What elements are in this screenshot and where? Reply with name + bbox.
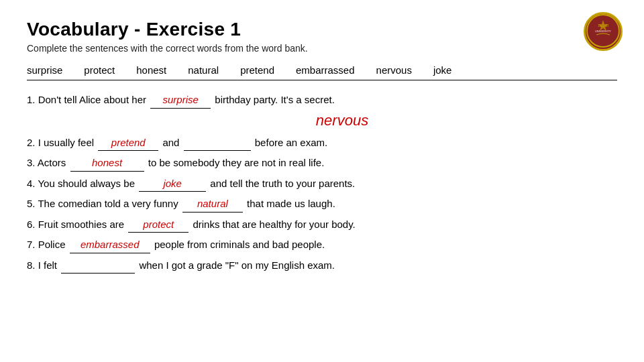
svg-text:UNIVERSITY: UNIVERSITY xyxy=(595,29,611,33)
question-7: 7. Police embarrassed people from crimin… xyxy=(27,237,617,253)
q5-after: that made us laugh. xyxy=(247,198,335,209)
q7-after: people from criminals and bad people. xyxy=(154,239,325,250)
q5-before: The comedian told a very funny xyxy=(38,198,180,209)
q7-answer: embarrassed xyxy=(80,239,140,250)
q1-answer: surprise xyxy=(162,94,198,105)
q6-blank: protect xyxy=(128,217,189,233)
q8-blank xyxy=(61,258,135,274)
word-pretend: pretend xyxy=(240,64,274,76)
logo: الجامعة UNIVERSITY xyxy=(584,12,624,52)
word-surprise: surprise xyxy=(27,64,62,76)
q6-after: drinks that are healthy for your body. xyxy=(193,219,355,230)
word-nervous: nervous xyxy=(376,64,412,76)
q4-answer: joke xyxy=(163,178,182,189)
q1-blank: surprise xyxy=(150,93,211,109)
q2-before: I usually feel xyxy=(38,137,97,148)
q8-after: when I got a grade "F" on my English exa… xyxy=(139,259,335,271)
q1-after: birthday party. It's a secret. xyxy=(215,94,335,105)
page-title: Vocabulary - Exercise 1 xyxy=(27,19,617,40)
q7-before: Police xyxy=(38,239,66,250)
q6-before: Fruit smoothies are xyxy=(38,219,127,230)
q2-after: before an exam. xyxy=(255,137,327,148)
q8-answer xyxy=(97,259,99,271)
q8-before: I felt xyxy=(38,259,60,271)
q4-number: 4. xyxy=(27,178,36,189)
word-protect: protect xyxy=(84,64,115,76)
word-bank: surprise protect honest natural pretend … xyxy=(27,64,617,80)
questions-container: 1. Don't tell Alice about her surprise b… xyxy=(27,93,617,274)
q2-number: 2. xyxy=(27,137,36,148)
q3-before: Actors xyxy=(38,157,69,168)
word-natural: natural xyxy=(188,64,219,76)
q3-answer: honest xyxy=(92,157,122,168)
q4-before: You should always be xyxy=(38,178,138,189)
nervous-word: nervous xyxy=(316,112,368,129)
nervous-overlay: nervous xyxy=(67,112,617,129)
question-8: 8. I felt when I got a grade "F" on my E… xyxy=(27,258,617,274)
q4-blank: joke xyxy=(139,176,206,192)
word-honest: honest xyxy=(136,64,166,76)
q5-number: 5. xyxy=(27,198,36,209)
question-6: 6. Fruit smoothies are protect drinks th… xyxy=(27,217,617,233)
q1-number: 1. xyxy=(27,94,36,105)
q2-blank2 xyxy=(184,135,251,152)
q7-number: 7. xyxy=(27,239,36,250)
q8-number: 8. xyxy=(27,259,36,271)
subtitle: Complete the sentences with the correct … xyxy=(27,43,617,54)
question-3: 3. Actors honest to be somebody they are… xyxy=(27,156,617,172)
q7-blank: embarrassed xyxy=(70,237,150,253)
q1-before: Don't tell Alice about her xyxy=(38,94,149,105)
q2-blank1: pretend xyxy=(98,135,158,152)
question-1: 1. Don't tell Alice about her surprise b… xyxy=(27,93,617,109)
q2-answer1: pretend xyxy=(111,137,146,148)
q4-after: and tell the truth to your parents. xyxy=(210,178,355,189)
q3-blank: honest xyxy=(70,156,144,172)
q5-answer: natural xyxy=(197,198,228,209)
q3-number: 3. xyxy=(27,157,36,168)
q2-middle: and xyxy=(162,137,182,148)
word-embarrassed: embarrassed xyxy=(296,64,355,76)
question-2: 2. I usually feel pretend and before an … xyxy=(27,135,617,152)
q3-after: to be somebody they are not in real life… xyxy=(148,157,325,168)
question-5: 5. The comedian told a very funny natura… xyxy=(27,196,617,213)
word-joke: joke xyxy=(433,64,452,76)
q6-answer: protect xyxy=(143,219,174,230)
question-4: 4. You should always be joke and tell th… xyxy=(27,176,617,192)
q6-number: 6. xyxy=(27,219,36,230)
logo-text: الجامعة UNIVERSITY xyxy=(586,13,621,50)
q5-blank: natural xyxy=(182,196,243,213)
